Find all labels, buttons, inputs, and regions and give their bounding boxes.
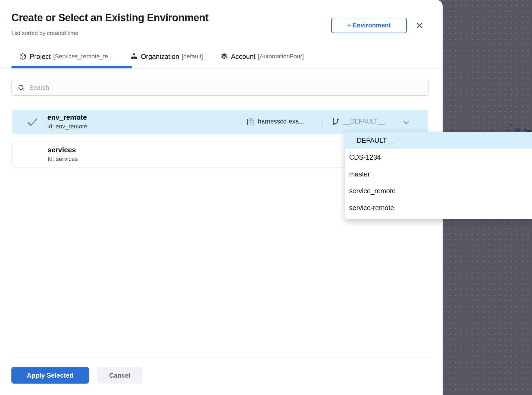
org-chart-icon	[130, 53, 138, 60]
footer-divider	[11, 358, 429, 358]
tab-project[interactable]: Project [Services_remote_te...	[19, 53, 113, 61]
environment-row-env-remote[interactable]: env_remote Id: env_remote harnesscd-exa.…	[12, 110, 428, 134]
apply-selected-button[interactable]: Apply Selected	[11, 367, 89, 384]
search-box	[11, 80, 429, 96]
tab-account-scope: [AutomationFour]	[258, 53, 304, 60]
close-button[interactable]	[414, 20, 425, 31]
branch-option-service-dash-remote[interactable]: service-remote	[345, 199, 532, 216]
chevron-down-icon	[402, 119, 410, 127]
layers-icon	[220, 53, 228, 60]
tab-account-label: Account	[231, 53, 255, 61]
modal-subtitle: List sorted by created time	[11, 30, 78, 36]
tab-account[interactable]: Account [AutomationFour]	[220, 53, 304, 61]
repository-name: harnesscd-exa...	[258, 118, 304, 125]
search-icon	[18, 84, 25, 91]
tab-organization-scope: [default]	[182, 53, 203, 60]
environment-name: env_remote	[47, 113, 87, 122]
branch-dropdown: __DEFAULT__ CDS-1234 master service_remo…	[345, 132, 532, 219]
row-separator	[322, 116, 323, 128]
branch-option-service-underscore-remote[interactable]: service_remote	[345, 182, 532, 199]
check-icon	[27, 117, 38, 129]
tab-project-label: Project	[30, 53, 51, 61]
cancel-button[interactable]: Cancel	[97, 367, 142, 384]
active-tab-underline	[11, 66, 132, 68]
environment-name: services	[48, 146, 76, 154]
selected-branch-label: __DEFAULT__	[343, 118, 385, 125]
environment-id: Id: env_remote	[47, 123, 87, 130]
git-branch-icon	[331, 117, 340, 127]
cube-icon	[19, 53, 27, 60]
modal-title: Create or Select an Existing Environment	[11, 12, 208, 24]
add-environment-button[interactable]: + Environment	[331, 18, 407, 33]
repository-icon	[246, 118, 255, 127]
environment-id: Id: services	[48, 156, 78, 163]
branch-select[interactable]: __DEFAULT__	[331, 110, 426, 134]
search-input[interactable]	[29, 84, 424, 92]
tab-organization[interactable]: Organization [default]	[130, 53, 203, 61]
scope-tabs: Project [Services_remote_te... Organizat…	[19, 50, 304, 62]
tab-project-scope: [Services_remote_te...	[53, 53, 113, 60]
close-icon	[415, 21, 424, 30]
branch-option-default[interactable]: __DEFAULT__	[345, 132, 532, 149]
tab-organization-label: Organization	[141, 53, 179, 61]
branch-option-cds-1234[interactable]: CDS-1234	[345, 149, 532, 166]
branch-option-master[interactable]: master	[345, 166, 532, 182]
